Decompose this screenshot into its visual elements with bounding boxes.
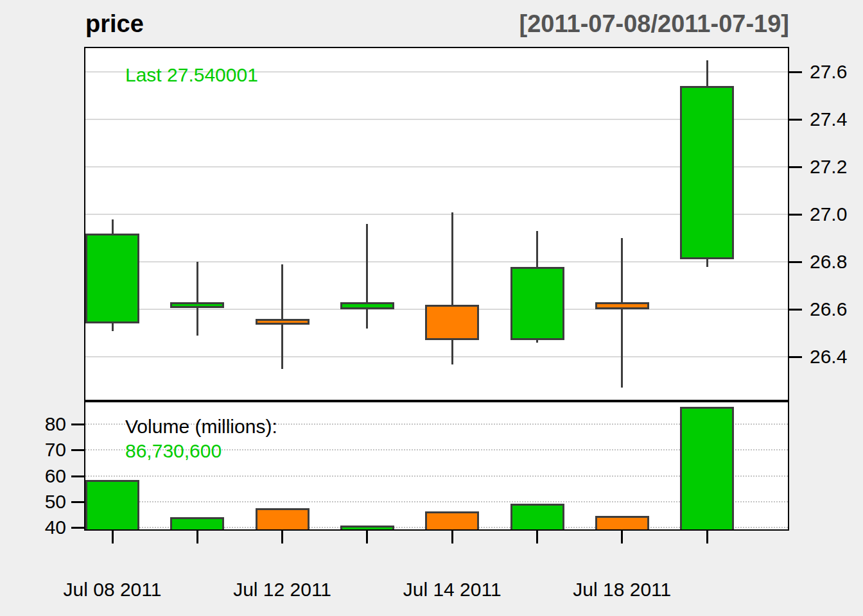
x-axis-tick <box>112 531 114 543</box>
price-axis-label: 27.0 <box>810 203 847 226</box>
volume-panel: Volume (millions): 86,730,600 <box>84 401 789 531</box>
candle-wick <box>621 238 623 388</box>
price-axis-tick <box>789 119 802 121</box>
price-axis-label: 26.4 <box>810 345 847 368</box>
price-axis-tick <box>789 356 802 358</box>
price-axis-tick <box>789 71 802 73</box>
price-axis-label: 26.8 <box>810 250 847 273</box>
volume-axis-label: 70 <box>20 438 66 461</box>
x-axis-tick <box>621 531 623 543</box>
volume-bar-up <box>680 407 734 531</box>
volume-axis-tick <box>71 527 84 529</box>
candle-body-up <box>340 302 394 309</box>
volume-axis-tick <box>71 449 84 451</box>
candle-body-up <box>85 234 139 324</box>
x-axis-date-label: Jul 14 2011 <box>375 578 529 601</box>
candle-body-down <box>256 319 309 325</box>
volume-bar-down <box>425 511 479 531</box>
candle-wick <box>366 224 368 329</box>
volume-axis-label: 80 <box>20 413 66 436</box>
price-axis-tick <box>789 309 802 311</box>
price-axis-label: 27.6 <box>810 60 847 83</box>
x-axis-tick <box>536 531 538 543</box>
volume-axis-label: 60 <box>20 465 66 488</box>
volume-axis-tick <box>71 501 84 503</box>
x-axis-tick <box>281 531 283 543</box>
last-price-label: Last 27.540001 <box>125 64 258 87</box>
volume-bar-down <box>256 508 309 531</box>
candle-body-down <box>595 302 649 309</box>
x-axis-tick <box>451 531 453 543</box>
price-axis-tick <box>789 261 802 263</box>
candle-wick <box>451 212 453 364</box>
date-range-label: [2011-07-08/2011-07-19] <box>519 9 789 38</box>
price-axis-label: 27.4 <box>810 108 847 131</box>
price-axis-tick <box>789 214 802 216</box>
price-gridline <box>85 356 788 357</box>
price-axis-tick <box>789 166 802 168</box>
volume-axis-label: 50 <box>20 490 66 513</box>
x-axis-date-label: Jul 08 2011 <box>35 578 189 601</box>
volume-axis-label: 40 <box>20 516 66 539</box>
volume-bar-up <box>510 504 564 531</box>
volume-bar-up <box>85 480 139 531</box>
x-axis-tick <box>366 531 368 543</box>
volume-axis-tick <box>71 475 84 477</box>
candle-body-up <box>680 86 734 259</box>
volume-legend-value: 86,730,600 <box>125 440 222 463</box>
volume-legend-title: Volume (millions): <box>125 415 277 438</box>
x-axis-tick <box>706 531 708 543</box>
x-axis-date-label: Jul 12 2011 <box>205 578 360 601</box>
candle-wick <box>196 262 198 336</box>
chart-title: price <box>85 9 144 38</box>
x-axis-date-label: Jul 18 2011 <box>545 578 699 601</box>
candle-body-down <box>425 305 479 341</box>
price-panel: Last 27.540001 <box>84 47 789 401</box>
volume-bar-up <box>340 526 394 531</box>
volume-bar-up <box>170 517 224 531</box>
x-axis-tick <box>196 531 198 543</box>
volume-axis-tick <box>71 424 84 425</box>
price-axis-label: 27.2 <box>810 155 847 178</box>
price-gridline <box>85 261 788 262</box>
candle-body-up <box>510 267 564 341</box>
candle-wick <box>281 264 283 369</box>
stock-chart: price [2011-07-08/2011-07-19] Last 27.54… <box>0 0 863 616</box>
price-axis-label: 26.6 <box>810 298 847 321</box>
volume-bar-down <box>595 516 649 531</box>
candle-body-up <box>170 302 224 308</box>
